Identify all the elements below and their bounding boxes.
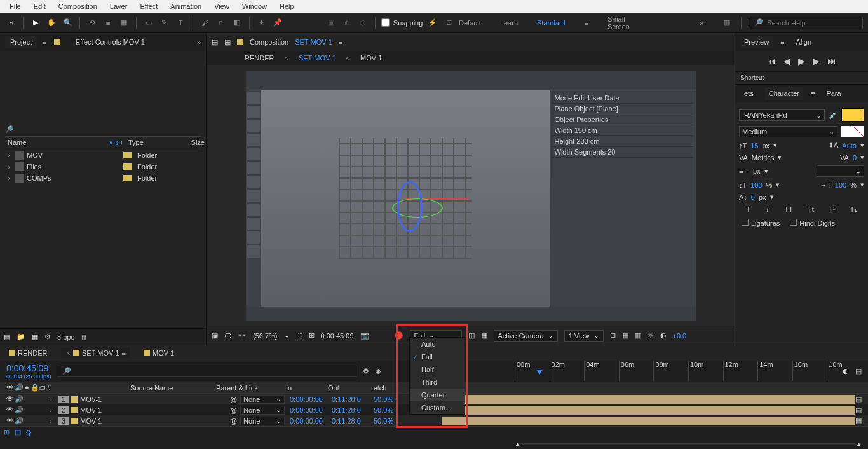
comp-active-name[interactable]: SET-MOV-1 [295, 38, 332, 46]
tab-effect-controls[interactable]: Effect Controls MOV-1 [71, 36, 150, 48]
vf-opt3-icon[interactable]: ▥ [635, 331, 641, 340]
menu-layer[interactable]: Layer [104, 1, 134, 11]
vf-opt5-icon[interactable]: ◐ [660, 331, 667, 340]
breadcrumb-mov1[interactable]: MOV-1 [360, 54, 382, 62]
menu-help[interactable]: Help [273, 1, 301, 11]
col-in[interactable]: In [286, 384, 328, 392]
hscale-value[interactable]: 100 [835, 181, 846, 189]
mode3-icon[interactable]: ◎ [357, 16, 369, 30]
workspace-more-icon[interactable]: » [700, 19, 703, 27]
mode-icon[interactable]: ▣ [325, 16, 337, 30]
next-frame-icon[interactable]: ▶ [813, 56, 820, 66]
playhead-icon[interactable] [536, 370, 543, 375]
font-weight-dropdown[interactable]: Medium⌄ [739, 126, 837, 137]
panel-menu-icon[interactable]: ≡ [42, 38, 46, 46]
tl-opt2-icon[interactable]: ◈ [376, 367, 381, 375]
exposure-value[interactable]: +0.0 [673, 332, 687, 340]
resolution-half[interactable]: Half [410, 363, 465, 376]
col-out[interactable]: Out [328, 384, 371, 392]
tab-character[interactable]: Character [765, 87, 803, 100]
toolbar-extra-icon[interactable]: ▥ [720, 16, 734, 30]
tab-project[interactable]: Project [5, 36, 37, 48]
time-ruler[interactable]: 00m02m04m06m08m10m12m14m16m18m [515, 361, 862, 381]
adjust-icon[interactable]: ⚙ [44, 333, 51, 341]
channel-icon[interactable]: 🔴 [395, 331, 403, 340]
snap-opt2-icon[interactable]: ⊡ [443, 16, 455, 30]
col-name[interactable]: Name [8, 139, 109, 147]
toggle-modes-icon[interactable]: ◫ [15, 428, 21, 436]
col-size[interactable]: Size [179, 139, 205, 147]
menu-effect[interactable]: Effect [133, 1, 164, 11]
selection-tool-icon[interactable]: ▶ [29, 16, 41, 30]
faux-bold-button[interactable]: T [747, 205, 751, 214]
hand-tool-icon[interactable]: ✋ [46, 16, 58, 30]
snapshot-icon[interactable]: 📷 [360, 331, 369, 340]
stroke-style-dropdown[interactable]: ⌄ [817, 165, 864, 177]
hindi-digits-checkbox[interactable]: Hindi Digits [790, 219, 835, 227]
switches-icon[interactable]: ▤ [855, 395, 862, 403]
font-family-dropdown[interactable]: IRANYekanRd⌄ [739, 109, 825, 121]
leading-value[interactable]: Auto [842, 142, 857, 149]
snapping-checkbox[interactable] [381, 18, 390, 27]
workspace-menu-icon[interactable]: ≡ [585, 19, 588, 27]
eyedropper-icon[interactable]: 💉 [829, 111, 837, 120]
breadcrumb-render[interactable]: RENDER [245, 54, 274, 62]
roto-tool-icon[interactable]: ✦ [255, 16, 268, 30]
resolution-auto[interactable]: Auto [410, 338, 465, 350]
fill-color-swatch[interactable] [841, 108, 864, 122]
text-tool-icon[interactable]: T [175, 16, 187, 30]
resolution-quarter[interactable]: Quarter [410, 389, 465, 401]
eye-col-icon[interactable]: 👁 [6, 383, 13, 392]
toggle-switches-icon[interactable]: ⊞ [4, 428, 10, 436]
stroke-value[interactable]: - [747, 167, 749, 175]
panel-menu-icon[interactable]: ≡ [122, 349, 126, 357]
timeline-tab-setmov1[interactable]: ×SET-MOV-1≡ [61, 348, 130, 358]
project-row-mov[interactable]: › MOV Folder [5, 149, 201, 161]
comp-layoutA-icon[interactable]: ▤ [212, 38, 218, 46]
ligatures-checkbox[interactable]: Ligatures [742, 219, 780, 227]
menu-window[interactable]: Window [236, 1, 273, 11]
workspace-default[interactable]: Default [459, 19, 481, 27]
time-value[interactable]: 0:00:45:09 [321, 332, 354, 340]
zoom-tool-icon[interactable]: 🔍 [62, 16, 74, 30]
workspace-smallscreen[interactable]: Small Screen [607, 15, 630, 31]
col-tag-icon[interactable]: ▾ 🏷 [109, 139, 122, 146]
menu-edit[interactable]: Edit [27, 1, 52, 11]
col-parent[interactable]: Parent & Link [216, 384, 286, 392]
trash-icon[interactable]: 🗑 [81, 333, 88, 341]
prev-frame-icon[interactable]: ◀ [783, 56, 790, 66]
vf-region-icon[interactable]: ◫ [468, 331, 475, 340]
tab-paragraph[interactable]: Para [822, 87, 844, 100]
new-comp-icon[interactable]: ▦ [32, 333, 38, 341]
project-search-input[interactable]: 🔎 [5, 123, 201, 137]
font-size-value[interactable]: 15 [750, 142, 758, 149]
workspace-learn[interactable]: Learn [500, 19, 518, 27]
vf-grid-icon[interactable]: ⊞ [309, 331, 315, 340]
last-frame-icon[interactable]: ⏭ [827, 56, 836, 66]
col-source-name[interactable]: Source Name [57, 384, 216, 392]
brush-tool-icon[interactable]: 🖌 [199, 16, 211, 30]
faux-italic-button[interactable]: T [766, 205, 770, 214]
search-help-input[interactable]: 🔎 Search Help [749, 17, 863, 29]
parent-dropdown[interactable]: None⌄ [240, 406, 285, 415]
pen-tool-icon[interactable]: ✎ [158, 16, 170, 30]
video-toggle-icon[interactable]: 👁 [6, 395, 13, 403]
viewer-content[interactable]: Mode Edit User Data Plane Object [Plane]… [245, 71, 696, 320]
views-dropdown[interactable]: 1 View⌄ [564, 330, 604, 342]
col-stretch[interactable]: retch [371, 384, 407, 392]
parent-dropdown[interactable]: None⌄ [240, 417, 285, 425]
camera-tool-icon[interactable]: ■ [102, 16, 114, 30]
solo-col-icon[interactable]: ● [25, 383, 29, 392]
panel-overflow-icon[interactable]: » [197, 38, 201, 46]
pickwhip-icon[interactable]: @ [230, 396, 240, 403]
subscript-button[interactable]: T₁ [850, 205, 857, 214]
kerning-value[interactable]: Metrics [752, 154, 774, 162]
rectangle-tool-icon[interactable]: ▭ [142, 16, 154, 30]
vf-3d-icon[interactable]: 👓 [238, 331, 247, 340]
vf-opt4-icon[interactable]: ⚛ [648, 331, 654, 340]
puppet-tool-icon[interactable]: 📌 [271, 16, 283, 30]
project-row-files[interactable]: › Files Folder [5, 161, 201, 172]
panel-menu-icon[interactable]: ≡ [780, 38, 784, 46]
audio-toggle-icon[interactable]: 🔊 [15, 395, 24, 403]
workspace-standard[interactable]: Standard [537, 19, 566, 27]
